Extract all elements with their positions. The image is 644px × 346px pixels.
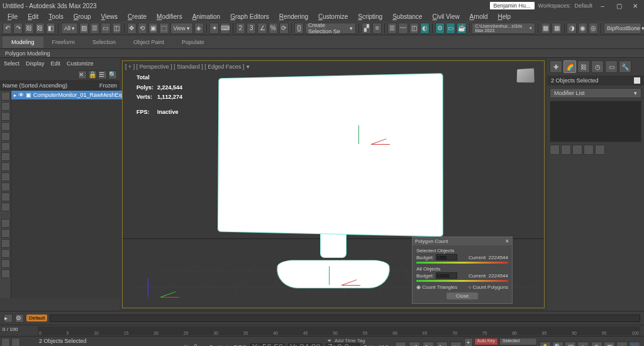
menu-animation[interactable]: Animation — [187, 13, 225, 20]
filter-cameras-icon[interactable] — [1, 122, 10, 131]
next-frame-button[interactable]: ▶ — [436, 342, 448, 347]
nav-region-icon[interactable]: ▭ — [616, 342, 628, 347]
extras-button-1[interactable]: ▦ — [541, 23, 550, 34]
material-editor-button[interactable]: ◐ — [420, 23, 430, 34]
select-object-button[interactable]: ▧ — [79, 23, 89, 34]
keymode-button[interactable]: ⌨ — [220, 23, 230, 34]
schematic-button[interactable]: ◫ — [409, 23, 419, 34]
filter-geometry-icon[interactable] — [1, 92, 10, 101]
selected-budget-input[interactable] — [436, 254, 457, 260]
timeline[interactable]: 0 / 100 05101520253035404550556065707580… — [0, 325, 644, 336]
close-icon[interactable]: ✕ — [629, 1, 641, 10]
prev-frame-button[interactable]: ◀ — [409, 342, 420, 347]
ribbon-tab-selection[interactable]: Selection — [84, 36, 125, 48]
menu-modifiers[interactable]: Modifiers — [152, 13, 187, 20]
project-path[interactable]: C:\Users\benhuc...s\3ds Max 2023 ▾ — [472, 23, 535, 34]
extras-button-5[interactable]: ◎ — [589, 23, 598, 34]
se-close-icon[interactable]: ✕ — [78, 70, 87, 79]
scale-button[interactable]: ▣ — [148, 23, 158, 34]
se-search-icon[interactable]: 🔍 — [108, 70, 117, 79]
scene-object-monitor[interactable] — [226, 76, 440, 293]
filter-misc-1-icon[interactable] — [1, 219, 10, 228]
unlink-button[interactable]: ⛓ — [35, 23, 45, 34]
manipulate-button[interactable]: ✦ — [209, 23, 219, 34]
play-button[interactable]: ▶ — [423, 342, 434, 347]
filter-frozen-icon[interactable] — [1, 193, 10, 201]
nav-fov-icon[interactable]: ◭ — [577, 342, 589, 347]
filter-helpers-icon[interactable] — [1, 132, 10, 141]
goto-end-button[interactable]: ⏭ — [450, 342, 462, 347]
select-name-button[interactable]: ☰ — [90, 23, 99, 34]
pivot-button[interactable]: ◈ — [194, 23, 204, 34]
menu-arnold[interactable]: Arnold — [465, 13, 493, 20]
modifier-stack[interactable] — [550, 101, 641, 142]
expand-track-icon[interactable]: ▸ — [4, 314, 13, 323]
selection-set-dropdown[interactable]: Create Selection Se ▾ — [305, 23, 356, 34]
select-region-button[interactable]: ▭ — [101, 23, 110, 34]
se-menu-edit[interactable]: Edit — [51, 60, 61, 67]
filter-misc-4-icon[interactable] — [1, 249, 10, 258]
polygon-count-dialog[interactable]: Polygon Count ✕ Selected Objects Budget:… — [412, 237, 513, 304]
ribbon-tab-populate[interactable]: Populate — [173, 36, 213, 48]
maxscript-listener-icon[interactable] — [1, 338, 10, 346]
filter-spacewarp-icon[interactable] — [1, 142, 10, 151]
color-swatch[interactable] — [634, 77, 640, 84]
align-button[interactable]: ≡ — [372, 23, 382, 34]
bind-button[interactable]: ◧ — [46, 23, 55, 34]
cmd-tab-motion[interactable]: ◷ — [591, 60, 604, 73]
menu-file[interactable]: File — [3, 13, 23, 20]
extras-button-2[interactable]: ▦ — [552, 23, 561, 34]
ribbon-tab-modeling[interactable]: Modeling — [3, 36, 43, 48]
workspace-value[interactable]: Default — [574, 3, 592, 9]
scene-explorer-header[interactable]: Name (Sorted Ascending) Frozen — [0, 81, 119, 91]
ribbon-tab-freeform[interactable]: Freeform — [43, 36, 84, 48]
menu-substance[interactable]: Substance — [387, 13, 427, 20]
menu-views[interactable]: Views — [96, 13, 123, 20]
filter-shapes-icon[interactable] — [1, 102, 10, 111]
edit-selset-button[interactable]: {} — [294, 23, 304, 34]
render-frame-button[interactable]: ▭ — [446, 23, 455, 34]
filter-misc-5-icon[interactable] — [1, 259, 10, 268]
filter-groups-icon[interactable] — [1, 152, 10, 161]
animation-layer-default[interactable]: Default — [26, 315, 47, 321]
undo-button[interactable]: ↶ — [3, 23, 12, 34]
nav-orbit-icon[interactable]: ⟳ — [591, 342, 602, 347]
minimize-icon[interactable]: – — [596, 1, 609, 10]
close-button[interactable]: Close — [447, 293, 478, 299]
expand-icon[interactable]: ▸ — [14, 92, 16, 98]
cmd-tab-utilities[interactable]: 🔧 — [619, 60, 631, 73]
selection-filter-dropdown[interactable]: All ▾ — [61, 23, 78, 34]
timeline-ruler[interactable]: 0510152025303540455055606570758085909510… — [38, 326, 640, 335]
angle-snap-button[interactable]: ∠ — [257, 23, 267, 34]
menu-help[interactable]: Help — [493, 13, 516, 20]
nav-zoom-icon[interactable]: 🔍 — [552, 342, 564, 347]
extras-button-3[interactable]: ◑ — [567, 23, 576, 34]
pin-stack-button[interactable] — [550, 145, 560, 155]
snap-2d-button[interactable]: 2 — [236, 23, 245, 34]
filter-bone-icon[interactable] — [1, 172, 10, 181]
filter-xref-icon[interactable] — [1, 162, 10, 171]
placement-button[interactable]: ⬚ — [159, 23, 169, 34]
eye-icon[interactable]: 👁 — [18, 92, 24, 98]
menu-customize[interactable]: Customize — [313, 13, 353, 20]
cmd-tab-hierarchy[interactable]: ⛓ — [577, 60, 590, 73]
time-tag[interactable]: ⏷ Add Time Tag — [327, 338, 365, 343]
modifier-list-dropdown[interactable]: Modifier List ▾ — [550, 88, 641, 98]
maximize-icon[interactable]: ▢ — [613, 1, 625, 10]
menu-edit[interactable]: Edit — [23, 13, 43, 20]
remove-modifier-button[interactable] — [584, 145, 594, 155]
coord-z[interactable] — [326, 343, 360, 347]
snap-3d-button[interactable]: 3 — [247, 23, 256, 34]
menu-rendering[interactable]: Rendering — [274, 13, 313, 20]
nav-pan-icon[interactable]: ✋ — [540, 342, 551, 347]
viewport-header[interactable]: [ + ] [ Perspective ] [ Standard ] [ Edg… — [125, 64, 250, 70]
viewcube[interactable] — [514, 66, 536, 89]
se-menu-display[interactable]: Display — [26, 60, 45, 67]
move-button[interactable]: ✥ — [127, 23, 136, 34]
nav-zoomext-icon[interactable]: ▣ — [565, 342, 576, 347]
spinner-snap-button[interactable]: ⟳ — [279, 23, 289, 34]
filter-lights-icon[interactable] — [1, 112, 10, 121]
bone-dropdown[interactable]: BipRootBone ▾ — [604, 23, 641, 34]
render-button[interactable]: ☕ — [457, 23, 466, 34]
rotate-button[interactable]: ⟲ — [138, 23, 147, 34]
